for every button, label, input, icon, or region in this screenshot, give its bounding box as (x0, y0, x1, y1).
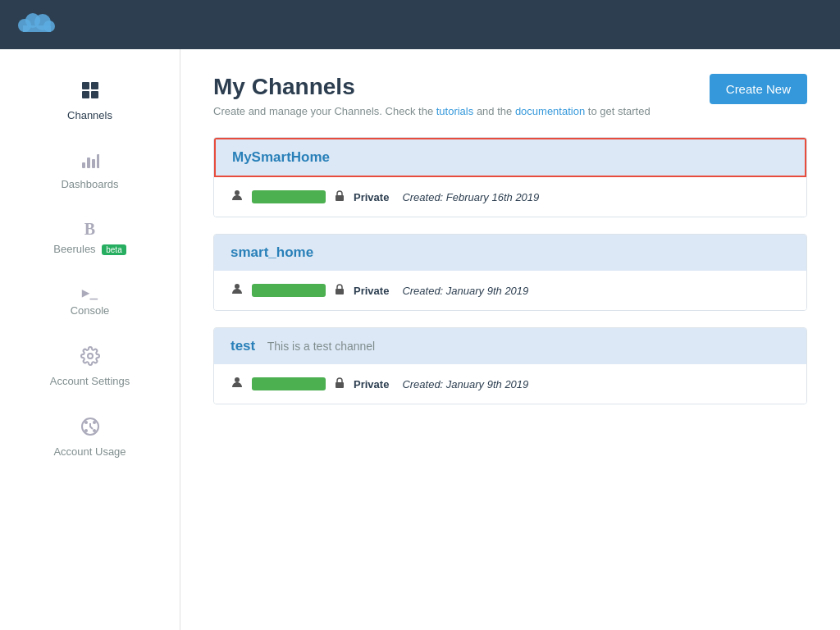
svg-rect-20 (336, 195, 344, 201)
svg-rect-12 (97, 154, 99, 168)
svg-point-21 (235, 284, 240, 289)
channel-card-body-smarthome: Private Created: January 9th 2019 (214, 271, 806, 310)
header-text: My Channels Create and manage your Chann… (213, 74, 651, 117)
channel-card-body-mysmarthome: Private Created: February 16th 2019 (214, 177, 806, 217)
channel-card-header-smarthome: smart_home (214, 235, 806, 271)
svg-rect-5 (82, 82, 89, 89)
redacted-username-2 (252, 377, 326, 390)
svg-rect-4 (23, 25, 51, 32)
svg-rect-24 (336, 382, 344, 388)
svg-point-13 (88, 354, 93, 358)
channel-card-test: test This is a test channel Private Crea… (213, 327, 807, 404)
sidebar-dashboards-label: Dashboards (61, 178, 118, 190)
channel-card-body-test: Private Created: January 9th 2019 (214, 364, 806, 404)
subtitle-prefix: Create and manage your Channels. Check t… (213, 105, 436, 117)
created-1: Created: January 9th 2019 (402, 285, 528, 297)
svg-point-18 (93, 429, 96, 432)
svg-rect-22 (336, 289, 344, 294)
channels-icon (80, 80, 100, 105)
sidebar-item-account-usage[interactable]: Account Usage (0, 402, 180, 472)
svg-point-19 (235, 190, 240, 195)
svg-point-17 (84, 429, 88, 432)
privacy-1: Private (354, 285, 389, 297)
svg-rect-6 (91, 82, 98, 89)
channel-name-test[interactable]: test (231, 338, 255, 354)
user-icon-2 (231, 376, 244, 392)
channel-card-mysmarthome: MySmartHome Private Created: February 16… (213, 137, 807, 217)
subtitle-suffix: to get started (588, 105, 651, 117)
dashboards-icon (81, 151, 99, 174)
sidebar-item-account-settings[interactable]: Account Settings (0, 331, 180, 402)
page-title: My Channels (213, 74, 651, 100)
svg-point-16 (93, 421, 96, 424)
main-layout: Channels Dashboards B Beerules beta ▶_ (0, 49, 840, 630)
svg-point-23 (235, 377, 240, 382)
tutorials-link[interactable]: tutorials (436, 105, 474, 117)
documentation-link[interactable]: documentation (515, 105, 585, 117)
svg-rect-9 (82, 162, 85, 168)
content-header: My Channels Create and manage your Chann… (213, 74, 807, 117)
sidebar-channels-label: Channels (67, 109, 112, 121)
user-icon-1 (231, 282, 244, 299)
svg-rect-8 (91, 91, 98, 98)
channel-name-mysmarthome[interactable]: MySmartHome (232, 149, 330, 165)
user-icon-0 (231, 189, 244, 205)
logo-icon (16, 7, 57, 43)
console-icon: ▶_ (82, 285, 98, 300)
sidebar-account-settings-label: Account Settings (50, 375, 130, 387)
create-new-button[interactable]: Create New (710, 74, 807, 104)
svg-rect-11 (92, 159, 95, 168)
sidebar-item-channels[interactable]: Channels (0, 66, 180, 136)
sidebar-item-dashboards[interactable]: Dashboards (0, 136, 180, 205)
svg-point-15 (84, 421, 88, 424)
sidebar-account-usage-label: Account Usage (53, 445, 126, 458)
channel-card-header-test: test This is a test channel (214, 328, 806, 364)
channel-card-smarthome: smart_home Private Created: January 9th … (213, 234, 807, 311)
channel-name-smarthome[interactable]: smart_home (231, 244, 313, 260)
page-subtitle: Create and manage your Channels. Check t… (213, 105, 651, 117)
subtitle-middle: and the (477, 105, 515, 117)
sidebar-item-console[interactable]: ▶_ Console (0, 270, 180, 331)
redacted-username-1 (252, 284, 326, 297)
created-2: Created: January 9th 2019 (402, 378, 528, 390)
sidebar: Channels Dashboards B Beerules beta ▶_ (0, 49, 180, 630)
sidebar-beerules-label: Beerules beta (53, 243, 126, 255)
lock-icon-2 (334, 377, 345, 391)
topnav (0, 0, 840, 49)
lock-icon-0 (334, 190, 345, 204)
redacted-username-0 (252, 190, 326, 203)
svg-rect-10 (87, 158, 90, 168)
svg-rect-7 (82, 91, 89, 98)
account-usage-icon (80, 417, 100, 441)
sidebar-item-beerules[interactable]: B Beerules beta (0, 205, 180, 270)
channel-card-header-mysmarthome: MySmartHome (214, 138, 806, 177)
main-content: My Channels Create and manage your Chann… (180, 49, 840, 630)
account-settings-icon (80, 346, 100, 371)
sidebar-console-label: Console (71, 304, 110, 317)
channel-description-test: This is a test channel (267, 340, 376, 353)
beerules-icon: B (84, 220, 95, 239)
privacy-0: Private (354, 191, 389, 203)
lock-icon-1 (334, 284, 345, 298)
created-0: Created: February 16th 2019 (402, 191, 539, 203)
beta-badge: beta (102, 244, 126, 255)
privacy-2: Private (354, 378, 389, 390)
